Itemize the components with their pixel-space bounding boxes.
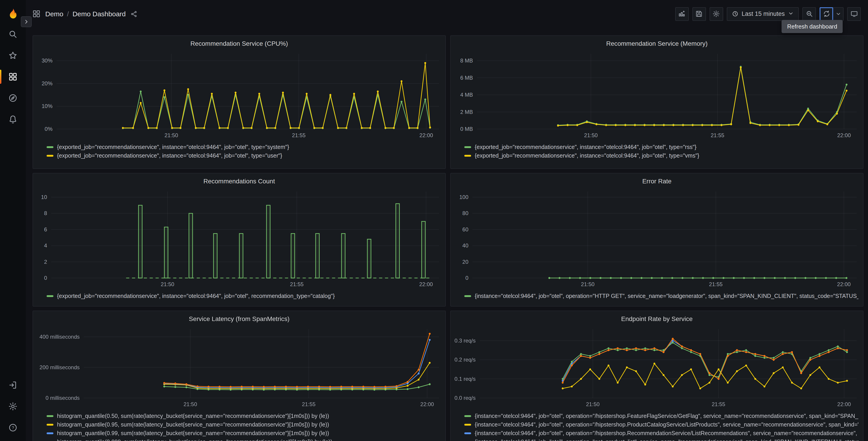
count-chart[interactable]: 024681021:5021:5522:00	[33, 187, 445, 290]
legend-item[interactable]: {instance="otelcol:9464", job="otel", op…	[464, 429, 859, 437]
grafana-app: ? Demo / Demo Dashboard	[0, 0, 868, 441]
save-dashboard-button[interactable]	[692, 7, 706, 21]
legend-item[interactable]: histogram_quantile(0.999, sum(rate(laten…	[46, 437, 441, 441]
legend-label: {instance="otelcol:9464", job="otel", op…	[475, 430, 859, 436]
svg-text:21:55: 21:55	[709, 281, 722, 287]
panel-recommendation-cpu: Recommendation Service (CPU%) 0%10%20%30…	[33, 35, 446, 169]
legend-label: {instance="otelcol:9464", job="otel", op…	[475, 421, 859, 428]
breadcrumb-dashboard-title[interactable]: Demo Dashboard	[72, 10, 126, 18]
sidebar-item-alerting[interactable]	[0, 109, 26, 130]
clock-icon	[732, 10, 738, 17]
legend-item[interactable]: {exported_job="recommendationservice", i…	[46, 292, 441, 300]
legend-label: {exported_job="recommendationservice", i…	[475, 144, 696, 150]
help-icon: ?	[8, 423, 18, 432]
legend-item[interactable]: {exported_job="recommendationservice", i…	[464, 143, 859, 151]
cpu-chart[interactable]: 0%10%20%30%21:5021:5522:00	[33, 49, 445, 141]
legend-item[interactable]: {exported_job="recommendationservice", i…	[46, 151, 441, 160]
svg-text:10%: 10%	[42, 103, 53, 109]
svg-text:400 milliseconds: 400 milliseconds	[40, 334, 80, 340]
dashboard-content: Recommendation Service (CPU%) 0%10%20%30…	[26, 28, 868, 441]
dashboards-icon	[8, 72, 18, 82]
main-column: Demo / Demo Dashboard	[26, 0, 868, 441]
svg-text:80: 80	[462, 210, 468, 216]
svg-text:21:50: 21:50	[581, 281, 594, 287]
latency-chart[interactable]: 0 milliseconds200 milliseconds400 millis…	[33, 325, 445, 410]
svg-text:0: 0	[44, 275, 47, 281]
sidebar: ?	[0, 0, 26, 441]
svg-text:4 MB: 4 MB	[460, 92, 473, 98]
panel-title[interactable]: Error Rate	[451, 177, 863, 185]
memory-chart[interactable]: 0 MB2 MB4 MB6 MB8 MB21:5021:5522:00	[451, 49, 863, 141]
monitor-icon	[850, 10, 858, 18]
legend-item[interactable]: {exported_job="recommendationservice", i…	[46, 143, 441, 151]
panel-error-rate: Error Rate 02040608010021:5021:5522:00 {…	[450, 173, 864, 306]
refresh-interval-dropdown[interactable]	[833, 7, 843, 21]
legend-item[interactable]: {exported_job="recommendationservice", i…	[464, 151, 859, 160]
svg-text:4: 4	[44, 242, 47, 248]
gear-icon	[712, 10, 720, 18]
legend-item[interactable]: histogram_quantile(0.95, sum(rate(latenc…	[46, 420, 441, 429]
compass-icon	[8, 93, 18, 103]
panel-legend: {exported_job="recommendationservice", i…	[33, 141, 445, 160]
cycle-view-mode-button[interactable]	[847, 7, 861, 21]
breadcrumb-folder[interactable]: Demo	[45, 10, 63, 18]
panel-title[interactable]: Service Latency (from SpanMetrics)	[33, 315, 445, 323]
sidebar-item-starred[interactable]	[0, 45, 26, 66]
sidebar-item-sign-in[interactable]	[0, 375, 26, 396]
svg-text:20: 20	[462, 259, 468, 265]
legend-swatch	[46, 155, 53, 156]
dashboard-settings-button[interactable]	[709, 7, 723, 21]
legend-item[interactable]: {instance="otelcol:9464", job="otel", op…	[464, 437, 859, 441]
panel-title[interactable]: Recommendation Service (Memory)	[451, 39, 863, 48]
refresh-dashboard-button[interactable]	[819, 7, 833, 21]
zoom-out-time-button[interactable]	[802, 7, 816, 21]
svg-text:8: 8	[44, 210, 47, 216]
svg-text:200 milliseconds: 200 milliseconds	[40, 364, 80, 371]
legend-swatch	[46, 423, 53, 425]
zoom-out-icon	[805, 10, 813, 18]
panel-service-latency: Service Latency (from SpanMetrics) 0 mil…	[33, 311, 446, 441]
endpoint-rate-chart[interactable]: 0.0 req/s0.1 req/s0.2 req/s0.3 req/s21:5…	[451, 325, 863, 410]
panel-title[interactable]: Endpoint Rate by Service	[451, 315, 863, 323]
legend-item[interactable]: histogram_quantile(0.99, sum(rate(latenc…	[46, 429, 441, 437]
legend-label: {exported_job="recommendationservice", i…	[57, 144, 289, 150]
expand-sidebar-button[interactable]	[21, 16, 32, 27]
refresh-icon	[823, 10, 830, 18]
legend-label: {exported_job="recommendationservice", i…	[57, 152, 282, 159]
svg-text:22:00: 22:00	[837, 401, 851, 407]
error-rate-chart[interactable]: 02040608010021:5021:5522:00	[451, 187, 863, 290]
svg-text:22:00: 22:00	[420, 132, 433, 138]
share-dashboard-button[interactable]	[130, 10, 137, 18]
legend-label: histogram_quantile(0.999, sum(rate(laten…	[57, 439, 332, 441]
add-panel-button[interactable]	[675, 7, 688, 21]
legend-label: {instance="otelcol:9464", job="otel", op…	[475, 439, 859, 441]
legend-label: histogram_quantile(0.50, sum(rate(latenc…	[57, 413, 329, 419]
sidebar-item-dashboards[interactable]	[0, 66, 26, 87]
legend-item[interactable]: {instance="otelcol:9464", job="otel", op…	[464, 420, 859, 429]
sidebar-item-help[interactable]: ?	[0, 417, 26, 438]
legend-item[interactable]: histogram_quantile(0.50, sum(rate(latenc…	[46, 412, 441, 420]
legend-label: {exported_job="recommendationservice", i…	[57, 293, 335, 299]
svg-text:6 MB: 6 MB	[460, 75, 473, 81]
sidebar-item-configuration[interactable]	[0, 396, 26, 417]
panel-title[interactable]: Recommendations Count	[33, 177, 445, 185]
panel-title[interactable]: Recommendation Service (CPU%)	[33, 39, 445, 48]
svg-text:0.1 req/s: 0.1 req/s	[455, 376, 476, 382]
breadcrumb-separator: /	[67, 10, 69, 18]
time-range-picker[interactable]: Last 15 minutes	[726, 7, 799, 21]
legend-item[interactable]: {instance="otelcol:9464", job="otel", op…	[464, 412, 859, 420]
legend-item[interactable]: {instance="otelcol:9464", job="otel", op…	[464, 292, 859, 300]
panel-legend: {instance="otelcol:9464", job="otel", op…	[451, 410, 863, 441]
legend-swatch	[464, 432, 471, 434]
svg-text:10: 10	[41, 194, 47, 200]
svg-text:0 MB: 0 MB	[460, 126, 473, 132]
chart-svg: 024681021:5021:5522:00	[33, 187, 445, 290]
legend-label: histogram_quantile(0.95, sum(rate(latenc…	[57, 421, 329, 428]
sidebar-item-explore[interactable]	[0, 87, 26, 109]
legend-label: {instance="otelcol:9464", job="otel", op…	[475, 293, 859, 299]
apps-grid-icon	[32, 9, 41, 18]
panel-legend: {exported_job="recommendationservice", i…	[451, 141, 863, 160]
svg-text:2 MB: 2 MB	[460, 109, 473, 115]
refresh-tooltip: Refresh dashboard	[782, 20, 843, 33]
svg-text:0.2 req/s: 0.2 req/s	[455, 357, 476, 363]
